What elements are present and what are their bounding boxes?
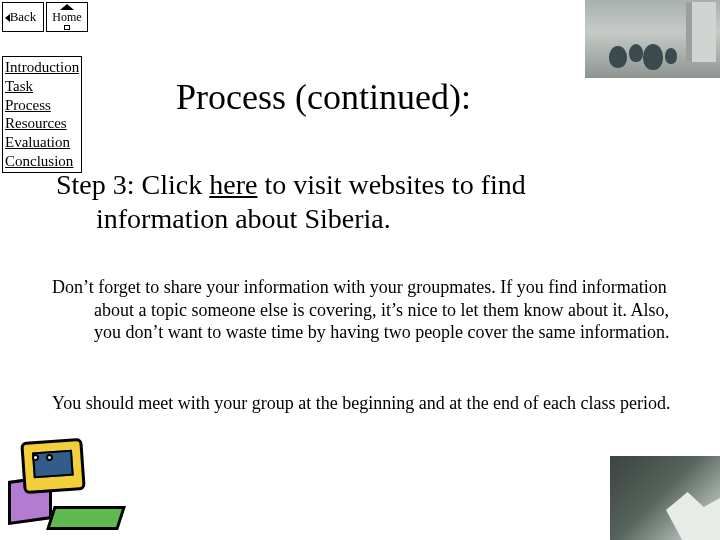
step3-post: to visit websites to find xyxy=(257,169,525,200)
sidebar: Introduction Task Process Resources Eval… xyxy=(2,56,82,173)
arrow-left-icon xyxy=(5,14,10,22)
home-icon xyxy=(60,4,74,10)
sidebar-item-task[interactable]: Task xyxy=(5,77,79,96)
back-label: Back xyxy=(10,9,37,25)
hero-image xyxy=(585,0,720,78)
paragraph-2-text: You should meet with your group at the b… xyxy=(52,392,680,415)
paragraph-1: Don’t forget to share your information w… xyxy=(52,276,680,344)
home-door-icon xyxy=(64,25,70,30)
step3-link[interactable]: here xyxy=(209,169,257,200)
corner-image xyxy=(610,456,720,540)
page-title: Process (continued): xyxy=(176,76,471,118)
step3-line2: information about Siberia. xyxy=(56,202,690,236)
paragraph-2: You should meet with your group at the b… xyxy=(52,392,680,415)
paragraph-1-text: Don’t forget to share your information w… xyxy=(52,276,680,344)
step3: Step 3: Click here to visit websites to … xyxy=(56,168,690,235)
home-label: Home xyxy=(52,10,81,25)
step3-pre: Step 3: Click xyxy=(56,169,209,200)
sidebar-item-evaluation[interactable]: Evaluation xyxy=(5,133,79,152)
sidebar-item-introduction[interactable]: Introduction xyxy=(5,58,79,77)
computer-clipart xyxy=(6,436,126,534)
back-button[interactable]: Back xyxy=(2,2,44,32)
sidebar-item-process[interactable]: Process xyxy=(5,96,79,115)
sidebar-item-resources[interactable]: Resources xyxy=(5,114,79,133)
home-button[interactable]: Home xyxy=(46,2,88,32)
